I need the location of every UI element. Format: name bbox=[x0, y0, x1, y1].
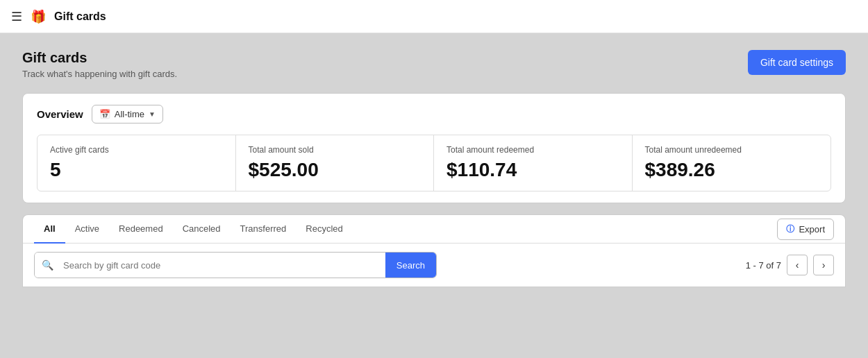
search-input[interactable] bbox=[60, 253, 385, 278]
stat-value-2: $110.74 bbox=[446, 159, 619, 181]
tabs-list: All Active Redeemed Canceled Transferred… bbox=[34, 215, 353, 243]
overview-header: Overview 📅 All-time ▼ bbox=[37, 105, 831, 123]
stat-label-1: Total amount sold bbox=[249, 145, 422, 155]
page-header: Gift cards Track what's happening with g… bbox=[22, 50, 846, 79]
overview-card: Overview 📅 All-time ▼ Active gift cards … bbox=[22, 93, 846, 203]
tabs-header: All Active Redeemed Canceled Transferred… bbox=[23, 215, 845, 244]
pagination-info: 1 - 7 of 7 bbox=[746, 260, 781, 271]
page-header-left: Gift cards Track what's happening with g… bbox=[22, 50, 177, 79]
pagination-wrap: 1 - 7 of 7 ‹ › bbox=[746, 255, 834, 275]
pagination-next-button[interactable]: › bbox=[813, 255, 834, 275]
tabs-section: All Active Redeemed Canceled Transferred… bbox=[22, 214, 846, 244]
topbar-title: Gift cards bbox=[54, 10, 106, 23]
gift-card-settings-button[interactable]: Gift card settings bbox=[748, 50, 846, 75]
search-row: 🔍 Search 1 - 7 of 7 ‹ › bbox=[22, 244, 846, 287]
main-content: Gift cards Track what's happening with g… bbox=[0, 33, 868, 358]
stat-value-3: $389.26 bbox=[645, 159, 819, 181]
page-title: Gift cards bbox=[22, 50, 177, 66]
page-subheading: Track what's happening with gift cards. bbox=[22, 69, 177, 79]
tab-recycled[interactable]: Recycled bbox=[296, 215, 352, 244]
tab-all[interactable]: All bbox=[34, 215, 65, 244]
export-label: Export bbox=[799, 224, 825, 235]
pagination-prev-button[interactable]: ‹ bbox=[787, 255, 808, 275]
menu-icon[interactable]: ☰ bbox=[11, 9, 22, 24]
info-icon: ⓘ bbox=[786, 223, 794, 235]
tab-active[interactable]: Active bbox=[65, 215, 109, 244]
search-button[interactable]: Search bbox=[385, 253, 436, 278]
stat-total-redeemed: Total amount redeemed $110.74 bbox=[434, 135, 633, 191]
search-input-wrap: 🔍 Search bbox=[34, 252, 437, 278]
export-button[interactable]: ⓘ Export bbox=[777, 219, 834, 240]
stat-active-gift-cards: Active gift cards 5 bbox=[37, 135, 236, 191]
tab-redeemed[interactable]: Redeemed bbox=[109, 215, 173, 244]
stat-total-unredeemed: Total amount unredeemed $389.26 bbox=[633, 135, 831, 191]
alltime-label: All-time bbox=[115, 109, 144, 119]
calendar-icon: 📅 bbox=[99, 109, 110, 119]
topbar: ☰ 🎁 Gift cards bbox=[0, 0, 868, 33]
stat-label-3: Total amount unredeemed bbox=[645, 145, 819, 155]
stat-label-2: Total amount redeemed bbox=[446, 145, 619, 155]
stats-grid: Active gift cards 5 Total amount sold $5… bbox=[37, 135, 831, 191]
stat-value-0: 5 bbox=[50, 159, 223, 181]
stat-total-sold: Total amount sold $525.00 bbox=[236, 135, 435, 191]
stat-label-0: Active gift cards bbox=[50, 145, 223, 155]
gift-icon: 🎁 bbox=[31, 9, 46, 24]
stat-value-1: $525.00 bbox=[249, 159, 422, 181]
tab-canceled[interactable]: Canceled bbox=[173, 215, 231, 244]
tab-transferred[interactable]: Transferred bbox=[231, 215, 297, 244]
overview-title: Overview bbox=[37, 108, 83, 120]
search-icon: 🔍 bbox=[35, 253, 60, 278]
chevron-down-icon: ▼ bbox=[149, 110, 156, 118]
alltime-dropdown[interactable]: 📅 All-time ▼ bbox=[92, 105, 163, 123]
